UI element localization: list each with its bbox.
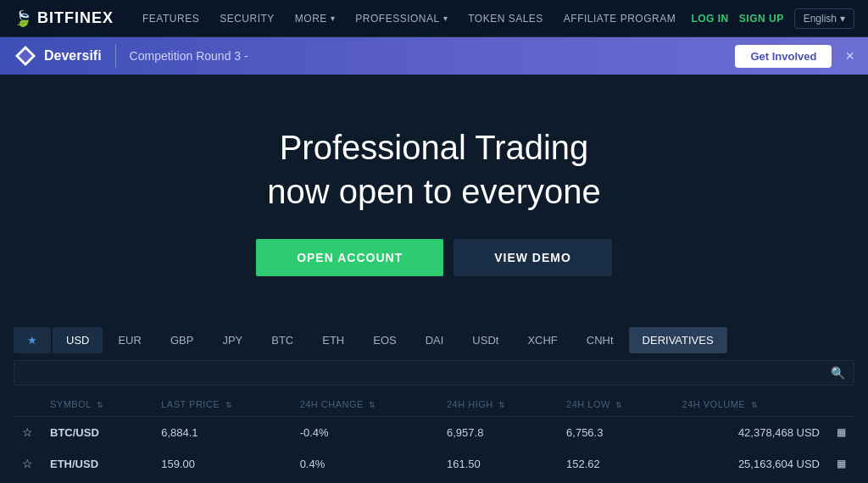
tab-dai[interactable]: DAI [412, 327, 458, 353]
close-icon[interactable]: × [845, 47, 854, 65]
tab-eos[interactable]: EOS [359, 327, 409, 353]
navigation: 🍃 BITFINEX FEATURES SECURITY MORE▾ PROFE… [0, 0, 868, 37]
last-price-cell: 184.42 [153, 480, 291, 484]
tab-jpy[interactable]: JPY [209, 327, 256, 353]
banner-brand-name: Deversifi [44, 48, 102, 64]
chevron-down-icon: ▾ [443, 14, 448, 23]
col-24h-change[interactable]: 24H CHANGE ⇅ [292, 392, 438, 417]
banner-cta-button[interactable]: Get Involved [735, 45, 832, 68]
tab-usdt[interactable]: USDt [459, 327, 512, 353]
table-row: ☆ ETH/USD 159.00 0.4% 161.50 152.62 25,1… [14, 448, 854, 480]
col-24h-volume[interactable]: 24H VOLUME ⇅ [674, 392, 828, 417]
symbol-cell[interactable]: BTC/USD [42, 417, 153, 448]
table-body: ☆ BTC/USD 6,884.1 -0.4% 6,957.8 6,756.3 … [14, 417, 854, 484]
table-row: ☆ BSV/USD 184.42 -4.0% 192.08 176.90 2,6… [14, 480, 854, 484]
low-cell: 176.90 [558, 480, 673, 484]
table-header-row: SYMBOL ⇅ LAST PRICE ⇅ 24H CHANGE ⇅ 24H H… [14, 392, 854, 417]
favorite-toggle[interactable]: ☆ [14, 480, 42, 484]
tab-xchf[interactable]: XCHF [514, 327, 570, 353]
change-cell: -4.0% [292, 480, 438, 484]
high-cell: 161.50 [438, 448, 558, 480]
symbol-cell[interactable]: BSV/USD [42, 480, 153, 484]
col-chart [828, 392, 854, 417]
chevron-down-icon: ▾ [331, 14, 336, 23]
nav-affiliate[interactable]: AFFILIATE PROGRAM [555, 0, 684, 37]
col-last-price[interactable]: LAST PRICE ⇅ [153, 392, 291, 417]
table-row: ☆ BTC/USD 6,884.1 -0.4% 6,957.8 6,756.3 … [14, 417, 854, 448]
favorite-toggle[interactable]: ☆ [14, 448, 42, 480]
open-account-button[interactable]: OPEN ACCOUNT [256, 239, 443, 276]
tab-eth[interactable]: ETH [309, 327, 358, 353]
high-cell: 6,957.8 [438, 417, 558, 448]
deversifi-logo-icon [14, 44, 37, 68]
banner-logo: Deversifi [14, 44, 116, 68]
hero-heading: Professional Trading now open to everyon… [17, 125, 851, 214]
tab-gbp[interactable]: GBP [157, 327, 207, 353]
chart-icon[interactable]: ▦ [828, 480, 854, 484]
language-selector[interactable]: English ▾ [794, 8, 854, 29]
tab-favorites[interactable]: ★ [14, 327, 51, 353]
nav-links: FEATURES SECURITY MORE▾ PROFESSIONAL▾ TO… [134, 0, 691, 37]
tab-btc[interactable]: BTC [258, 327, 307, 353]
trading-section: ★ USD EUR GBP JPY BTC ETH EOS DAI USDt X… [0, 310, 868, 483]
chevron-down-icon: ▾ [840, 13, 845, 25]
col-24h-low[interactable]: 24H LOW ⇅ [558, 392, 673, 417]
col-24h-high[interactable]: 24H HIGH ⇅ [438, 392, 558, 417]
nav-right: LOG IN SIGN UP English ▾ [691, 8, 854, 29]
symbol-cell[interactable]: ETH/USD [42, 448, 153, 480]
last-price-cell: 159.00 [153, 448, 291, 480]
col-symbol[interactable]: SYMBOL ⇅ [42, 392, 153, 417]
col-favorite [14, 392, 42, 417]
volume-cell: 2,645,478 USD [674, 480, 828, 484]
search-icon: 🔍 [831, 366, 845, 380]
signup-link[interactable]: SIGN UP [739, 13, 784, 25]
currency-tabs: ★ USD EUR GBP JPY BTC ETH EOS DAI USDt X… [14, 327, 854, 353]
search-bar: 🔍 [14, 360, 854, 386]
chart-icon[interactable]: ▦ [828, 448, 854, 480]
favorite-toggle[interactable]: ☆ [14, 417, 42, 448]
volume-cell: 25,163,604 USD [674, 448, 828, 480]
tab-eur[interactable]: EUR [104, 327, 154, 353]
banner-text: Competition Round 3 - [130, 49, 736, 63]
tab-usd[interactable]: USD [53, 327, 103, 353]
hero-section: Professional Trading now open to everyon… [0, 75, 868, 310]
hero-buttons: OPEN ACCOUNT VIEW DEMO [17, 239, 851, 276]
nav-security[interactable]: SECURITY [211, 0, 283, 37]
nav-token-sales[interactable]: TOKEN SALES [459, 0, 552, 37]
volume-cell: 42,378,468 USD [674, 417, 828, 448]
search-input[interactable] [23, 367, 831, 380]
chart-icon[interactable]: ▦ [828, 417, 854, 448]
logo[interactable]: 🍃 BITFINEX [14, 9, 114, 28]
market-table: SYMBOL ⇅ LAST PRICE ⇅ 24H CHANGE ⇅ 24H H… [14, 392, 854, 483]
promo-banner: Deversifi Competition Round 3 - Get Invo… [0, 37, 868, 75]
low-cell: 6,756.3 [558, 417, 673, 448]
change-cell: -0.4% [292, 417, 438, 448]
login-link[interactable]: LOG IN [691, 13, 728, 25]
nav-professional[interactable]: PROFESSIONAL▾ [347, 0, 456, 37]
change-cell: 0.4% [292, 448, 438, 480]
logo-leaf-icon: 🍃 [14, 9, 32, 28]
tab-cnht[interactable]: CNHt [573, 327, 627, 353]
logo-text: BITFINEX [37, 9, 114, 27]
nav-more[interactable]: MORE▾ [287, 0, 344, 37]
view-demo-button[interactable]: VIEW DEMO [453, 239, 612, 276]
nav-features[interactable]: FEATURES [134, 0, 208, 37]
high-cell: 192.08 [438, 480, 558, 484]
last-price-cell: 6,884.1 [153, 417, 291, 448]
low-cell: 152.62 [558, 448, 673, 480]
tab-derivatives[interactable]: DERIVATIVES [629, 327, 727, 353]
